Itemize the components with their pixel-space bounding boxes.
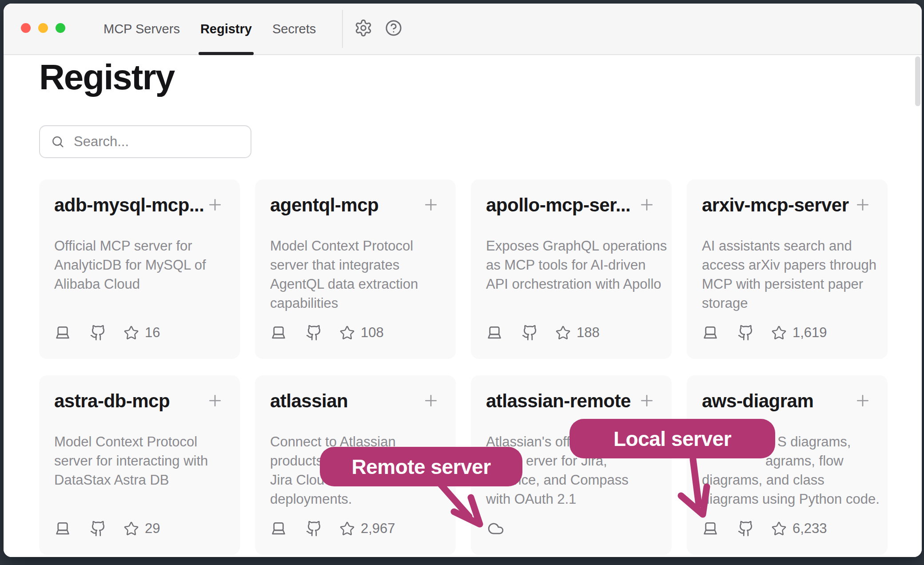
server-card: aws-diagramS diagrams,agrams, flowdiagra… (687, 375, 888, 555)
server-description-line: AI assistants search and (702, 236, 872, 255)
add-server-button[interactable] (421, 195, 441, 215)
star-icon (771, 521, 787, 537)
server-description-line: erver for Jira, (526, 451, 657, 470)
server-card-footer: 2,967 (270, 520, 441, 537)
server-name: atlassian (270, 390, 348, 412)
header-divider (342, 10, 343, 48)
search-input[interactable] (73, 133, 252, 150)
server-card-header: arxiv-mcp-server (702, 195, 872, 216)
add-server-button[interactable] (205, 391, 225, 411)
laptop-icon (270, 324, 287, 341)
star-count: 2,967 (361, 521, 395, 537)
server-description-line: Model Context Protocol (54, 432, 225, 451)
content-area: Registry adb-mysql-mcp...Official MCP se… (4, 55, 922, 557)
add-server-button[interactable] (421, 391, 441, 411)
traffic-lights (21, 23, 65, 33)
search-icon (51, 135, 65, 149)
plus-icon (638, 392, 656, 410)
plus-icon (206, 392, 224, 410)
server-card: arxiv-mcp-serverAI assistants search and… (687, 179, 888, 359)
server-card-footer: 1,619 (702, 324, 872, 341)
server-card-footer: 16 (54, 324, 225, 341)
server-card: atlassianConnect to AtlassianproductsJir… (255, 375, 456, 555)
server-description: Model Context Protocolserver for interac… (54, 432, 225, 489)
server-description-line: ence, and Compass (506, 470, 657, 489)
plus-icon (854, 392, 872, 410)
window-header: MCP ServersRegistrySecrets (4, 4, 922, 55)
plus-icon (638, 196, 656, 214)
scrollbar-thumb[interactable] (915, 56, 920, 106)
plus-icon (422, 196, 440, 214)
server-description-line: Jira Clou (270, 470, 441, 489)
help-button[interactable] (383, 18, 404, 39)
server-description-line: Exposes GraphQL operations (486, 236, 657, 255)
star-count-group: 1,619 (771, 325, 827, 341)
server-description-line: capabilities (270, 294, 441, 313)
server-description-line: as MCP tools for AI-driven (486, 255, 657, 275)
server-name: agentql-mcp (270, 195, 378, 216)
server-description-line: Atlassian's offi (486, 432, 657, 451)
server-name: aws-diagram (702, 390, 813, 412)
minimize-button[interactable] (38, 23, 48, 33)
github-icon (737, 520, 754, 537)
star-count: 1,619 (793, 325, 827, 341)
add-server-button[interactable] (205, 195, 225, 215)
star-count-group: 188 (555, 325, 600, 341)
tab-secrets[interactable]: Secrets (272, 4, 316, 54)
star-icon (555, 325, 571, 341)
star-icon (123, 325, 139, 341)
laptop-icon (270, 520, 287, 537)
add-server-button[interactable] (853, 391, 872, 411)
server-description: S diagrams,agrams, flowdiagrams, and cla… (702, 432, 872, 509)
server-card: agentql-mcpModel Context Protocolserver … (255, 179, 456, 359)
github-icon (737, 324, 754, 341)
settings-icon (354, 19, 373, 39)
server-description-line: diagrams, and class (702, 470, 872, 489)
server-name: astra-db-mcp (54, 390, 170, 412)
page-title: Registry (39, 59, 174, 96)
laptop-icon (486, 324, 503, 341)
server-description-line: access arXiv papers through (702, 255, 872, 275)
star-icon (771, 325, 787, 341)
help-icon (384, 19, 403, 39)
github-icon (306, 520, 323, 537)
star-count-group: 2,967 (339, 521, 395, 537)
add-server-button[interactable] (637, 195, 657, 215)
server-description-line: Connect to Atlassian (270, 432, 441, 451)
tab-registry[interactable]: Registry (200, 4, 252, 54)
server-description-line: Alibaba Cloud (54, 275, 225, 294)
server-description: Model Context Protocolserver that integr… (270, 236, 441, 313)
cloud-icon (486, 520, 506, 537)
server-description-line: S diagrams, (777, 432, 872, 451)
star-count: 6,233 (793, 521, 827, 537)
server-card: atlassian-remoteAtlassian's offierver fo… (471, 375, 672, 555)
laptop-icon (702, 324, 719, 341)
github-icon (522, 324, 538, 341)
server-card-header: agentql-mcp (270, 195, 441, 216)
server-description-line: with OAuth 2.1 (486, 489, 657, 509)
plus-icon (854, 196, 872, 214)
server-card-footer: 188 (486, 324, 657, 341)
server-description: Exposes GraphQL operationsas MCP tools f… (486, 236, 657, 294)
star-count-group: 16 (123, 325, 160, 341)
server-card-footer (486, 520, 657, 537)
zoom-button[interactable] (56, 23, 65, 33)
github-icon (90, 324, 107, 341)
star-count-group: 108 (339, 325, 384, 341)
add-server-button[interactable] (853, 195, 872, 215)
app-window: MCP ServersRegistrySecrets Registry (4, 4, 922, 557)
server-description: Connect to AtlassianproductsJira Cloudep… (270, 432, 441, 509)
add-server-button[interactable] (637, 391, 657, 411)
star-count: 188 (577, 325, 600, 341)
tab-bar: MCP ServersRegistrySecrets (104, 4, 316, 54)
star-count: 108 (361, 325, 384, 341)
close-button[interactable] (21, 23, 31, 33)
server-card: astra-db-mcpModel Context Protocolserver… (39, 375, 240, 555)
star-count-group: 29 (123, 521, 160, 537)
server-description-line: deployments. (270, 489, 441, 509)
tab-mcp-servers[interactable]: MCP Servers (104, 4, 180, 54)
settings-button[interactable] (353, 18, 374, 39)
server-name: apollo-mcp-ser... (486, 195, 630, 216)
server-description: AI assistants search andaccess arXiv pap… (702, 236, 872, 313)
search-box (39, 125, 251, 158)
